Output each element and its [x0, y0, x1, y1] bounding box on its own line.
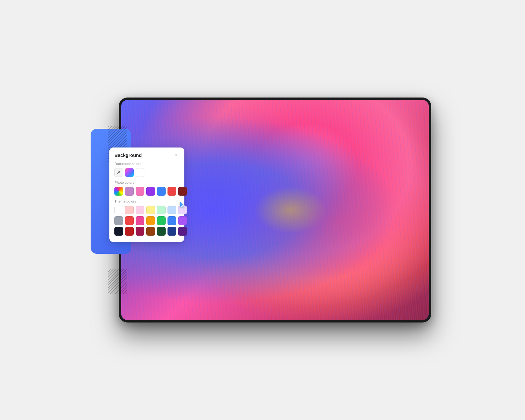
theme-swatch-dark-purple[interactable] — [178, 227, 187, 236]
photo-color-swatch-1[interactable] — [125, 187, 134, 196]
panel-header: Background × — [109, 148, 184, 162]
document-colors-row — [109, 168, 184, 181]
white-color-swatch[interactable] — [136, 168, 144, 177]
theme-swatch-light-purple[interactable] — [178, 206, 187, 214]
theme-swatch-white[interactable] — [114, 206, 123, 214]
theme-swatch-dark-amber[interactable] — [146, 227, 155, 236]
theme-row-medium — [114, 216, 179, 225]
theme-swatch-light-red[interactable] — [125, 206, 134, 214]
theme-swatch-green[interactable] — [157, 216, 166, 225]
diagonal-lines-bottom — [108, 269, 127, 294]
theme-swatch-gray[interactable] — [114, 216, 123, 225]
photo-color-swatch-4[interactable] — [157, 187, 166, 196]
theme-swatch-dark-pink[interactable] — [136, 227, 144, 236]
theme-row-dark — [114, 227, 179, 236]
theme-swatch-purple[interactable] — [178, 216, 187, 225]
theme-swatch-dark-green[interactable] — [157, 227, 166, 236]
theme-colors-label: Theme colors — [109, 199, 184, 206]
eyedropper-swatch[interactable] — [114, 168, 123, 177]
photo-color-swatch-2[interactable] — [136, 187, 144, 196]
theme-swatch-dark-red[interactable] — [125, 227, 134, 236]
theme-swatch-dark-blue[interactable] — [168, 227, 176, 236]
photo-color-swatch-3[interactable] — [146, 187, 155, 196]
document-colors-label: Document colors — [109, 162, 184, 168]
panel-title: Background — [114, 152, 142, 158]
scene: Background × Document colors Photo color… — [91, 82, 434, 338]
photo-color-swatch-0[interactable] — [114, 187, 123, 196]
photo-color-swatch-5[interactable] — [168, 187, 176, 196]
theme-swatch-blue[interactable] — [168, 216, 176, 225]
theme-swatch-black[interactable] — [114, 227, 123, 236]
theme-swatch-red[interactable] — [125, 216, 134, 225]
theme-colors-grid — [109, 206, 184, 242]
photo-color-swatch-6[interactable] — [178, 187, 187, 196]
background-panel: Background × Document colors Photo color… — [109, 148, 184, 242]
theme-swatch-light-blue[interactable] — [168, 206, 176, 214]
theme-swatch-light-yellow[interactable] — [146, 206, 155, 214]
theme-swatch-light-pink[interactable] — [136, 206, 144, 214]
theme-row-light — [114, 206, 179, 214]
photo-colors-row — [109, 187, 184, 199]
close-button[interactable]: × — [173, 152, 179, 158]
theme-swatch-pink[interactable] — [136, 216, 144, 225]
photo-colors-label: Photo colors — [109, 181, 184, 187]
theme-swatch-amber[interactable] — [146, 216, 155, 225]
theme-swatch-light-green[interactable] — [157, 206, 166, 214]
gradient-color-swatch[interactable] — [125, 168, 134, 177]
